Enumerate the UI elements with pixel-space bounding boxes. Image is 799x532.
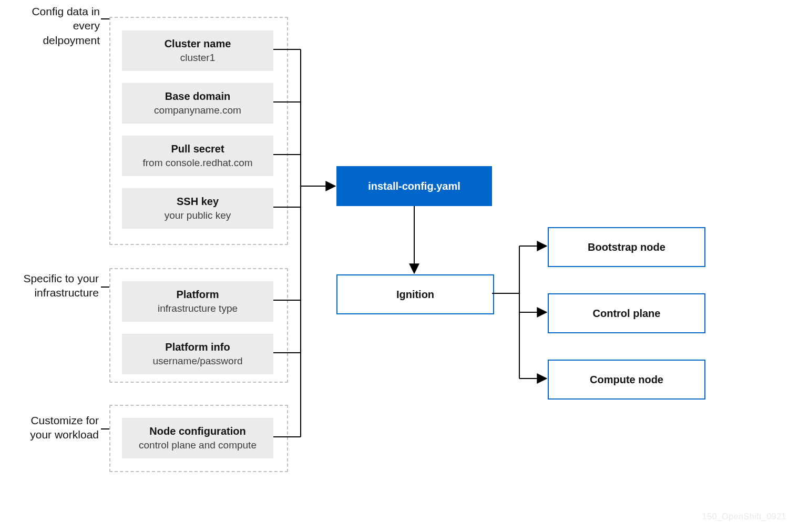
- card-pull-secret: Pull secretfrom console.redhat.com: [122, 136, 273, 176]
- box-ignition: Ignition: [336, 274, 494, 314]
- note-config: Config data in every delpoyment: [16, 4, 100, 47]
- card-ssh-key: SSH keyyour public key: [122, 188, 273, 229]
- box-bootstrap-node: Bootstrap node: [548, 227, 705, 267]
- card-platform-info: Platform infousername/password: [122, 334, 273, 374]
- card-cluster-name: Cluster namecluster1: [122, 30, 273, 71]
- card-node-config: Node configurationcontrol plane and comp…: [122, 418, 273, 458]
- note-workload: Customize for your workload: [15, 413, 99, 442]
- note-infra: Specific to your infrastructure: [15, 271, 99, 300]
- diagram-canvas: Config data in every delpoyment Specific…: [0, 0, 799, 532]
- card-base-domain: Base domaincompanyname.com: [122, 83, 273, 124]
- box-control-plane: Control plane: [548, 293, 705, 333]
- watermark: 150_OpenShift_0921: [702, 512, 786, 521]
- box-compute-node: Compute node: [548, 360, 705, 400]
- card-platform: Platforminfrastructure type: [122, 281, 273, 322]
- box-install-config: install-config.yaml: [336, 166, 492, 206]
